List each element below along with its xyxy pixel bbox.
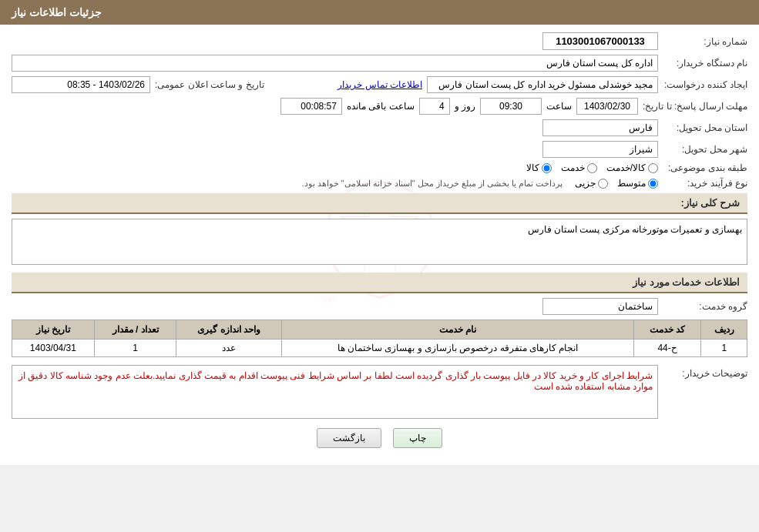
cell-name: انجام کارهای متفرقه درخصوص بازسازی و بهس… bbox=[282, 340, 634, 357]
col-name: نام خدمت bbox=[282, 320, 634, 340]
col-date: تاریخ نیاز bbox=[12, 320, 95, 340]
print-button[interactable]: چاپ bbox=[393, 428, 442, 448]
deadline-days-label: روز و bbox=[455, 101, 475, 112]
deadline-date: 1403/02/30 bbox=[576, 98, 638, 115]
page-header: جزئیات اطلاعات نیاز bbox=[0, 0, 759, 25]
buyer-desc-box: شرایط اجرای کار و خرید کالا در فایل پیوس… bbox=[12, 365, 658, 419]
category-label-kala: کالا/خدمت bbox=[606, 162, 646, 173]
cell-unit: عدد bbox=[176, 340, 282, 357]
category-option-khedmat[interactable]: خدمت bbox=[561, 162, 597, 173]
table-row: 1 ح-44 انجام کارهای متفرقه درخصوص بازساز… bbox=[12, 340, 747, 357]
creator-contact-link[interactable]: اطلاعات تماس خریدار bbox=[338, 79, 422, 90]
date-label: تاریخ و ساعت اعلان عمومی: bbox=[155, 79, 264, 90]
col-code: کد خدمت bbox=[633, 320, 701, 340]
date-value: 1403/02/26 - 08:35 bbox=[12, 76, 150, 93]
col-qty: تعداد / مقدار bbox=[94, 320, 176, 340]
deadline-remaining: 00:08:57 bbox=[280, 98, 342, 115]
category-label-khedmat: خدمت bbox=[561, 162, 585, 173]
category-option-kala[interactable]: کالا/خدمت bbox=[606, 162, 658, 173]
category-option-kala-only[interactable]: کالا bbox=[526, 162, 552, 173]
service-info-title: اطلاعات خدمات مورد نیاز bbox=[12, 273, 747, 293]
category-label: طبقه بندی موضوعی: bbox=[663, 162, 747, 173]
process-radio-motaset[interactable] bbox=[648, 179, 658, 189]
process-radio-jozii[interactable] bbox=[598, 179, 608, 189]
creator-value: مجید خوشدلی مسئول خرید اداره کل پست استا… bbox=[427, 76, 658, 93]
category-label-kala-only: کالا bbox=[526, 162, 539, 173]
province-value: فارس bbox=[542, 119, 658, 136]
province-label: استان محل تحویل: bbox=[663, 122, 747, 133]
deadline-remaining-label: ساعت باقی مانده bbox=[347, 101, 415, 112]
city-value: شیراز bbox=[542, 141, 658, 158]
cell-qty: 1 bbox=[94, 340, 176, 357]
col-row: ردیف bbox=[701, 320, 747, 340]
process-note: پرداخت تمام یا بخشی از مبلغ خریداز محل "… bbox=[301, 179, 563, 189]
cell-code: ح-44 bbox=[633, 340, 701, 357]
process-option-jozii[interactable]: جزیی bbox=[575, 178, 608, 189]
back-button[interactable]: بازگشت bbox=[317, 428, 381, 448]
col-unit: واحد اندازه گیری bbox=[176, 320, 282, 340]
service-group-label: گروه خدمت: bbox=[663, 301, 747, 312]
process-label-jozii: جزیی bbox=[575, 178, 596, 189]
process-label-motaset: متوسط bbox=[617, 178, 646, 189]
buyer-org-label: نام دستگاه خریدار: bbox=[663, 58, 747, 69]
category-radio-kala[interactable] bbox=[648, 163, 658, 173]
process-label: نوع فرآیند خرید: bbox=[663, 178, 747, 189]
process-radio-group: متوسط جزیی bbox=[575, 178, 658, 189]
action-buttons: چاپ بازگشت bbox=[12, 428, 747, 448]
buyer-desc-label: توضیحات خریدار: bbox=[663, 368, 747, 379]
deadline-days: 4 bbox=[419, 98, 450, 115]
services-table: ردیف کد خدمت نام خدمت واحد اندازه گیری ت… bbox=[12, 320, 747, 357]
page-title: جزئیات اطلاعات نیاز bbox=[12, 6, 102, 18]
need-desc-box: بهسازی و تعمیرات موتورخانه مرکزی پست است… bbox=[12, 219, 747, 265]
need-number-value: 1103001067000133 bbox=[542, 32, 658, 50]
table-header-row: ردیف کد خدمت نام خدمت واحد اندازه گیری ت… bbox=[12, 320, 747, 340]
cell-date: 1403/04/31 bbox=[12, 340, 95, 357]
cell-row: 1 bbox=[701, 340, 747, 357]
category-radio-group: کالا/خدمت خدمت کالا bbox=[526, 162, 658, 173]
service-group-value: ساختمان bbox=[542, 298, 658, 315]
deadline-time-label: ساعت bbox=[546, 101, 572, 112]
need-desc-section-title: شرح کلی نیاز: bbox=[12, 193, 747, 214]
deadline-label: مهلت ارسال پاسخ: تا تاریخ: bbox=[643, 101, 747, 112]
category-radio-khedmat[interactable] bbox=[587, 163, 597, 173]
category-radio-kala-only[interactable] bbox=[542, 163, 552, 173]
buyer-org-value: اداره کل پست استان فارس bbox=[12, 55, 658, 72]
need-number-label: شماره نیاز: bbox=[663, 36, 747, 47]
process-option-motaset[interactable]: متوسط bbox=[617, 178, 658, 189]
creator-label: ایجاد کننده درخواست: bbox=[663, 79, 747, 90]
city-label: شهر محل تحویل: bbox=[663, 144, 747, 155]
deadline-time: 09:30 bbox=[480, 98, 542, 115]
